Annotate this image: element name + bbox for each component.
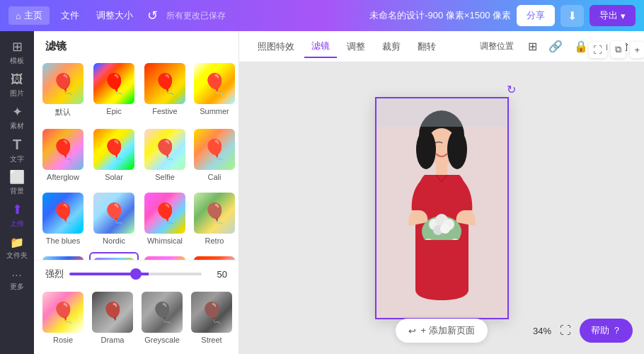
canvas-expand-btn[interactable]: ⛶ — [589, 42, 606, 58]
filter-item-street[interactable]: 🎈 Street — [188, 287, 235, 348]
filter-label-selfie: Selfie — [155, 173, 175, 181]
filter-thumb-blues: 🎈 — [42, 193, 84, 234]
filter-label-drama: Drama — [100, 336, 124, 344]
filter-item-whimsical[interactable]: 🎈 Whimsical — [142, 188, 188, 249]
sidebar-label-more: 更多 — [10, 282, 24, 292]
link-btn[interactable]: 🔗 — [546, 37, 565, 56]
filter-item-selfie[interactable]: 🎈 Selfie — [142, 125, 188, 185]
canvas-image — [376, 98, 507, 318]
filter-item-cali[interactable]: 🎈 Cali — [191, 125, 238, 185]
filter-label-greyscale: Greyscale — [144, 336, 180, 344]
filter-item-dare[interactable]: 🎈 Dare — [191, 252, 238, 260]
sidebar-item-image[interactable]: 🖼 图片 — [1, 69, 33, 101]
filter-thumb-selfie: 🎈 — [144, 129, 185, 170]
filter-item-festive[interactable]: 🎈 Festive — [142, 59, 188, 122]
filter-panel: 滤镜 🎈 默认 🎈 Epic 🎈 Festive — [34, 31, 239, 354]
icon-sidebar: ⊞ 模板 🖼 图片 ✦ 素材 T 文字 ⬜ 背景 ⬆ 上传 📁 文件夹 ··· — [0, 31, 34, 354]
sidebar-item-more[interactable]: ··· 更多 — [1, 265, 33, 296]
image-icon: 🖼 — [11, 72, 23, 87]
filter-item-epic[interactable]: 🎈 Epic — [89, 59, 139, 122]
sidebar-label-template: 模板 — [10, 56, 24, 66]
filter-item-solar[interactable]: 🎈 Solar — [89, 125, 139, 185]
filter-item-rosie[interactable]: 🎈 Rosie — [40, 287, 86, 348]
sidebar-label-upload: 上传 — [10, 219, 24, 229]
sidebar-item-folder[interactable]: 📁 文件夹 — [1, 232, 33, 263]
topbar-right: 未命名的设计-900 像素×1500 像素 分享 ⬇ 导出 ▾ — [369, 5, 636, 27]
sidebar-item-background[interactable]: ⬜ 背景 — [1, 167, 33, 198]
filter-thumb-epic: 🎈 — [93, 63, 134, 104]
filter-item-nordic[interactable]: 🎈 Nordic — [89, 188, 139, 249]
tab-crop[interactable]: 裁剪 — [375, 36, 408, 57]
home-icon: ⌂ — [16, 11, 21, 21]
filter-label-default: 默认 — [55, 107, 71, 118]
tab-filter[interactable]: 滤镜 — [304, 35, 337, 58]
help-button[interactable]: 帮助 ？ — [580, 319, 633, 343]
filter-item-default[interactable]: 🎈 默认 — [40, 59, 86, 122]
filter-item-drama[interactable]: 🎈 Drama — [89, 287, 136, 348]
sidebar-label-folder: 文件夹 — [6, 251, 28, 261]
filter-thumb-cali: 🎈 — [194, 129, 235, 170]
zoom-fullscreen-btn[interactable]: ⛶ — [557, 323, 574, 338]
filter-label-whimsical: Whimsical — [147, 236, 183, 245]
filter-thumb-summer: 🎈 — [194, 63, 235, 104]
sidebar-item-text[interactable]: T 文字 — [1, 135, 33, 166]
file-button[interactable]: 文件 — [55, 6, 85, 25]
filter-grid: 🎈 默认 🎈 Epic 🎈 Festive 🎈 Summe — [34, 59, 238, 260]
share-button[interactable]: 分享 — [517, 5, 555, 26]
svg-rect-3 — [436, 162, 447, 175]
background-icon: ⬜ — [9, 169, 25, 185]
tab-flip[interactable]: 翻转 — [410, 36, 443, 57]
tab-adjust[interactable]: 调整 — [340, 36, 372, 57]
sidebar-item-element[interactable]: ✦ 素材 — [1, 102, 33, 133]
filter-item-blues[interactable]: 🎈 The blues — [40, 188, 86, 249]
canvas-zoom: 34% ⛶ 帮助 ？ — [533, 319, 633, 343]
filter-item-edge[interactable]: 🎈 Edge — [40, 252, 86, 260]
filter-thumb-greyscale: 🎈 — [142, 292, 183, 333]
filter-label-cali: Cali — [208, 173, 222, 181]
main-content: ⊞ 模板 🖼 图片 ✦ 素材 T 文字 ⬜ 背景 ⬆ 上传 📁 文件夹 ··· — [0, 31, 644, 354]
svg-rect-12 — [376, 98, 507, 127]
home-button[interactable]: ⌂ 主页 — [8, 6, 50, 25]
sidebar-label-background: 背景 — [10, 186, 24, 196]
rotate-handle[interactable]: ↻ — [507, 83, 516, 96]
filter-row-bottom: 🎈 Rosie 🎈 Drama 🎈 Greyscale 🎈 — [34, 287, 238, 354]
canvas-add-btn[interactable]: + — [630, 42, 644, 58]
sidebar-item-template[interactable]: ⊞ 模板 — [1, 37, 33, 68]
lock-btn[interactable]: 🔒 — [571, 37, 591, 56]
filename: 未命名的设计-900 像素×1500 像素 — [369, 9, 511, 22]
filter-label-summer: Summer — [200, 107, 229, 115]
undo-button[interactable]: ↺ — [144, 8, 161, 23]
download-button[interactable]: ⬇ — [560, 5, 584, 27]
tab-photo-effects[interactable]: 照图特效 — [251, 36, 301, 57]
intensity-slider[interactable] — [69, 273, 202, 275]
filter-item-retro[interactable]: 🎈 Retro — [191, 188, 238, 249]
export-button[interactable]: 导出 ▾ — [590, 5, 636, 26]
checkerboard-btn[interactable]: ⊞ — [525, 37, 540, 56]
resize-button[interactable]: 调整大小 — [91, 6, 139, 25]
element-icon: ✦ — [12, 104, 23, 120]
folder-icon: 📁 — [10, 236, 24, 249]
canvas-copy-btn[interactable]: ⧉ — [611, 41, 626, 58]
filter-label-afterglow: Afterglow — [47, 173, 79, 181]
filter-thumb-dalliance: 🎈 — [93, 258, 134, 260]
filter-thumb-festive: 🎈 — [144, 63, 185, 104]
filter-item-dalliance[interactable]: 🎈 Dalliance — [89, 252, 139, 260]
sidebar-item-upload[interactable]: ⬆ 上传 — [1, 200, 33, 231]
filter-thumb-dare: 🎈 — [194, 256, 235, 260]
question-icon: ？ — [612, 324, 621, 337]
filter-item-greyscale[interactable]: 🎈 Greyscale — [139, 287, 185, 348]
filter-thumb-street: 🎈 — [191, 292, 232, 333]
intensity-section: 强烈 50 — [34, 260, 238, 287]
intensity-value: 50 — [207, 269, 227, 280]
filter-thumb-afterglow: 🎈 — [42, 129, 84, 170]
svg-point-5 — [447, 130, 467, 169]
add-page-button[interactable]: ↩ + 添加新页面 — [396, 319, 487, 343]
add-page-icon: ↩ — [408, 326, 416, 336]
saved-status: 所有更改已保存 — [166, 10, 364, 22]
filter-item-afterglow[interactable]: 🎈 Afterglow — [40, 125, 86, 185]
filter-item-summer[interactable]: 🎈 Summer — [191, 59, 238, 122]
filter-item-peony[interactable]: 🎈 Peony — [142, 252, 188, 260]
canvas-person-svg — [376, 98, 507, 318]
adjust-position-btn[interactable]: 调整位置 — [474, 38, 519, 55]
filter-label-solar: Solar — [105, 173, 123, 181]
